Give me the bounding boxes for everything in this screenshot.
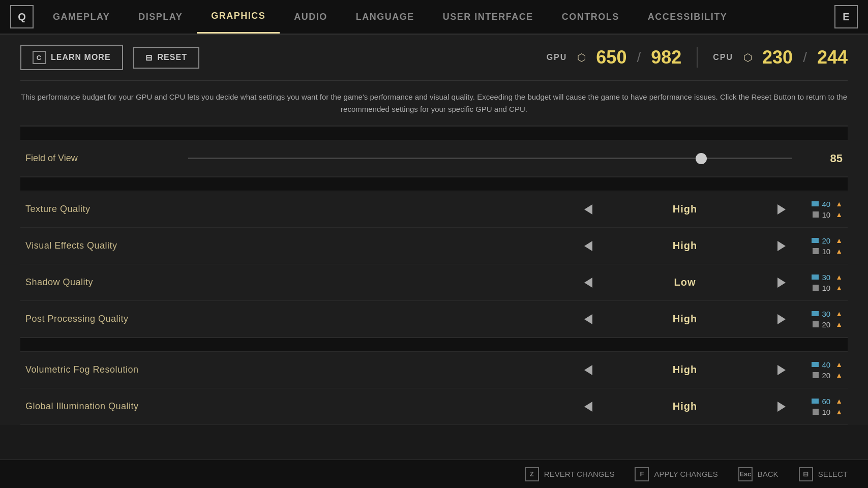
select-key: ⊟: [799, 467, 813, 481]
tab-graphics[interactable]: GRAPHICS: [197, 0, 280, 34]
post-processing-prev-button[interactable]: [578, 309, 598, 329]
fov-value: 85: [802, 152, 843, 165]
ve-cpu-cost: 10: [822, 247, 830, 256]
texture-gpu-cost: 40: [822, 200, 830, 208]
cpu-separator: /: [803, 49, 807, 66]
shadow-quality-value: Low: [598, 277, 771, 288]
gi-gpu-cost: 60: [822, 397, 830, 406]
cpu-label: CPU: [713, 53, 733, 62]
fov-setting-row: Field of View 85: [20, 140, 848, 177]
gi-cpu-cost-row: 10 ▲: [813, 408, 843, 416]
cpu-cost-icon: [813, 321, 819, 327]
sq-cpu-cost: 10: [822, 284, 830, 292]
learn-more-button[interactable]: C LEARN MORE: [20, 45, 123, 70]
volumetric-fog-next-button[interactable]: [771, 360, 792, 380]
global-illumination-next-button[interactable]: [771, 396, 792, 417]
post-processing-label: Post Processing Quality: [25, 314, 578, 324]
main-content: C LEARN MORE ⊟ RESET GPU ⬡ 650 / 982 CPU…: [0, 35, 868, 425]
revert-changes-action[interactable]: Z REVERT CHANGES: [525, 467, 615, 481]
volumetric-fog-label: Volumetric Fog Resolution: [25, 364, 578, 375]
vf-gpu-cost-row: 40 ▲: [812, 360, 843, 369]
tab-audio[interactable]: AUDIO: [280, 0, 342, 34]
volumetric-fog-control: High: [578, 360, 792, 380]
cpu-cost-icon: [813, 211, 819, 218]
table-row: Global Illumination Quality High 60 ▲: [20, 388, 848, 425]
section-divider-2: [20, 338, 848, 352]
right-arrow-icon: [777, 204, 786, 215]
global-illumination-control: High: [578, 396, 792, 417]
cpu-cost-arrow: ▲: [835, 247, 843, 255]
texture-quality-label: Texture Quality: [25, 204, 578, 215]
volumetric-fog-prev-button[interactable]: [578, 360, 598, 380]
gpu-cost-arrow: ▲: [835, 273, 843, 281]
budget-divider: [697, 47, 698, 68]
select-label: SELECT: [818, 470, 848, 478]
right-arrow-icon: [777, 402, 786, 412]
volumetric-fog-value: High: [598, 364, 771, 376]
cpu-cost-icon: [813, 285, 819, 291]
gpu-icon: ⬡: [577, 51, 586, 64]
tab-user-interface[interactable]: USER INTERFACE: [429, 0, 548, 34]
description-text: This performance budget for your GPU and…: [20, 81, 848, 126]
learn-more-label: LEARN MORE: [51, 53, 111, 62]
cpu-cost-icon: [813, 409, 819, 415]
table-row: Volumetric Fog Resolution High 40 ▲: [20, 352, 848, 388]
gpu-cost-arrow: ▲: [835, 397, 843, 405]
left-nav-key[interactable]: Q: [10, 5, 34, 28]
back-action[interactable]: Esc BACK: [738, 467, 779, 481]
select-action[interactable]: ⊟ SELECT: [799, 467, 848, 481]
apply-changes-action[interactable]: F APPLY CHANGES: [635, 467, 717, 481]
shadow-quality-prev-button[interactable]: [578, 272, 598, 293]
cpu-cost-arrow: ▲: [835, 320, 843, 328]
cpu-max: 244: [817, 47, 848, 68]
ve-cpu-cost-row: 10 ▲: [813, 247, 843, 256]
apply-label: APPLY CHANGES: [654, 470, 717, 478]
reset-button[interactable]: ⊟ RESET: [133, 47, 199, 69]
table-row: Shadow Quality Low 30 ▲ 10: [20, 264, 848, 301]
tab-accessibility[interactable]: ACCESSIBILITY: [634, 0, 742, 34]
visual-effects-value: High: [598, 240, 771, 252]
apply-key: F: [635, 467, 649, 481]
vf-cpu-cost-row: 20 ▲: [813, 371, 843, 380]
tab-display[interactable]: DISPLAY: [124, 0, 197, 34]
right-arrow-icon: [777, 365, 786, 375]
tab-language[interactable]: LANGUAGE: [342, 0, 429, 34]
gpu-cost-arrow: ▲: [835, 236, 843, 245]
tab-controls[interactable]: CONTROLS: [548, 0, 634, 34]
texture-cpu-cost-row: 10 ▲: [813, 210, 843, 219]
right-nav-key[interactable]: E: [834, 5, 858, 28]
cpu-icon: ⬡: [743, 51, 752, 64]
revert-key: Z: [525, 467, 539, 481]
visual-effects-prev-button[interactable]: [578, 236, 598, 256]
gpu-cost-arrow: ▲: [835, 310, 843, 318]
texture-quality-next-button[interactable]: [771, 199, 792, 220]
texture-quality-cost: 40 ▲ 10 ▲: [792, 200, 843, 219]
cpu-cost-icon: [813, 372, 819, 378]
visual-effects-next-button[interactable]: [771, 236, 792, 256]
fov-slider-thumb[interactable]: [696, 153, 707, 164]
bottom-right-actions: Z REVERT CHANGES F APPLY CHANGES Esc BAC…: [525, 467, 848, 481]
pp-cpu-cost: 20: [822, 320, 830, 329]
shadow-quality-control: Low: [578, 272, 792, 293]
sq-gpu-cost: 30: [822, 273, 830, 282]
gpu-cost-icon: [812, 201, 819, 206]
gpu-cost-icon: [812, 274, 819, 280]
texture-cpu-cost: 10: [822, 210, 830, 219]
visual-effects-label: Visual Effects Quality: [25, 240, 578, 251]
post-processing-next-button[interactable]: [771, 309, 792, 329]
bottom-bar: Z REVERT CHANGES F APPLY CHANGES Esc BAC…: [0, 460, 868, 488]
fov-label: Field of View: [25, 153, 178, 164]
left-arrow-icon: [584, 314, 592, 324]
tab-gameplay[interactable]: GAMEPLAY: [39, 0, 124, 34]
section-divider-top: [20, 126, 848, 140]
texture-quality-prev-button[interactable]: [578, 199, 598, 220]
shadow-quality-next-button[interactable]: [771, 272, 792, 293]
reset-label: RESET: [158, 53, 187, 62]
shadow-quality-label: Shadow Quality: [25, 277, 578, 288]
global-illumination-prev-button[interactable]: [578, 396, 598, 417]
gpu-current: 650: [596, 47, 626, 68]
fov-slider-track[interactable]: [188, 158, 792, 159]
cpu-cost-arrow: ▲: [835, 371, 843, 379]
learn-more-key: C: [33, 51, 46, 64]
gpu-label: GPU: [547, 53, 567, 62]
